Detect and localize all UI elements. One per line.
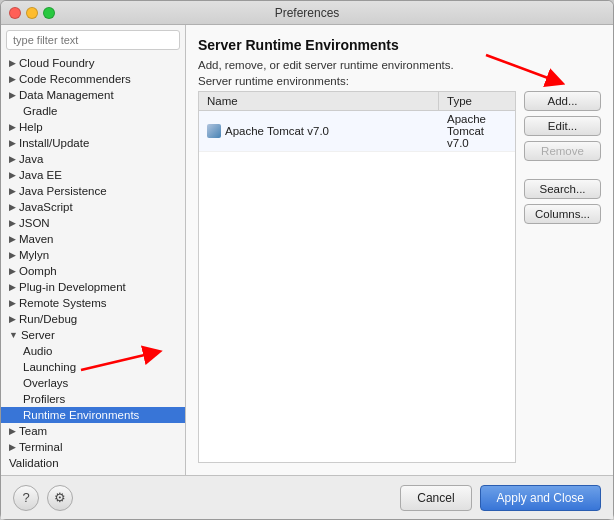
add-button[interactable]: Add... [524, 91, 601, 111]
main-content: ▶Cloud Foundry ▶Code Recommenders ▶Data … [1, 25, 613, 475]
footer-right: Cancel Apply and Close [400, 485, 601, 511]
sidebar-item-maven[interactable]: ▶Maven [1, 231, 185, 247]
sidebar-item-server[interactable]: ▼Server [1, 327, 185, 343]
table-and-buttons: Name Type Apache Tomcat v7.0 Apache Tomc… [198, 91, 601, 463]
sidebar-item-help[interactable]: ▶Help [1, 119, 185, 135]
help-button[interactable]: ? [13, 485, 39, 511]
settings-button[interactable]: ⚙ [47, 485, 73, 511]
sidebar-item-java-persistence[interactable]: ▶Java Persistence [1, 183, 185, 199]
sidebar-item-oomph[interactable]: ▶Oomph [1, 263, 185, 279]
cancel-button[interactable]: Cancel [400, 485, 471, 511]
sidebar-item-code-recommenders[interactable]: ▶Code Recommenders [1, 71, 185, 87]
column-name: Name [199, 92, 439, 110]
sidebar-item-gradle[interactable]: Gradle [1, 103, 185, 119]
maximize-button[interactable] [43, 7, 55, 19]
sidebar-item-install-update[interactable]: ▶Install/Update [1, 135, 185, 151]
sidebar-item-remote-systems[interactable]: ▶Remote Systems [1, 295, 185, 311]
sidebar-item-java-ee[interactable]: ▶Java EE [1, 167, 185, 183]
edit-button[interactable]: Edit... [524, 116, 601, 136]
sidebar-item-overlays[interactable]: Overlays [1, 375, 185, 391]
sidebar-item-plugin-dev[interactable]: ▶Plug-in Development [1, 279, 185, 295]
sidebar-item-profilers[interactable]: Profilers [1, 391, 185, 407]
cell-name: Apache Tomcat v7.0 [199, 122, 439, 140]
sidebar-item-cloud-foundry[interactable]: ▶Cloud Foundry [1, 55, 185, 71]
minimize-button[interactable] [26, 7, 38, 19]
side-buttons: Add... Edit... Remove Search... Columns.… [524, 91, 601, 463]
sidebar-item-launching[interactable]: Launching [1, 359, 185, 375]
sidebar-item-runtime-environments[interactable]: Runtime Environments [1, 407, 185, 423]
footer: ? ⚙ Cancel Apply and Close [1, 475, 613, 519]
sidebar-item-terminal[interactable]: ▶Terminal [1, 439, 185, 455]
sidebar-item-web[interactable]: ▶Web [1, 471, 185, 475]
cell-type: Apache Tomcat v7.0 [439, 111, 515, 151]
description: Add, remove, or edit server runtime envi… [198, 59, 601, 71]
column-type: Type [439, 92, 515, 110]
footer-left: ? ⚙ [13, 485, 73, 511]
close-button[interactable] [9, 7, 21, 19]
apply-close-button[interactable]: Apply and Close [480, 485, 601, 511]
search-button[interactable]: Search... [524, 179, 601, 199]
sidebar-item-run-debug[interactable]: ▶Run/Debug [1, 311, 185, 327]
tree: ▶Cloud Foundry ▶Code Recommenders ▶Data … [1, 55, 185, 475]
sidebar-item-javascript[interactable]: ▶JavaScript [1, 199, 185, 215]
filter-input[interactable] [6, 30, 180, 50]
main-panel: Server Runtime Environments Add, remove,… [186, 25, 613, 475]
window-title: Preferences [275, 6, 340, 20]
sidebar-item-data-management[interactable]: ▶Data Management [1, 87, 185, 103]
sidebar-item-mylyn[interactable]: ▶Mylyn [1, 247, 185, 263]
preferences-window: Preferences ▶Cloud Foundry ▶Code Recomme… [0, 0, 614, 520]
environments-table: Name Type Apache Tomcat v7.0 Apache Tomc… [198, 91, 516, 463]
page-title: Server Runtime Environments [198, 37, 601, 53]
remove-button[interactable]: Remove [524, 141, 601, 161]
main-panel-container: Server Runtime Environments Add, remove,… [186, 25, 613, 475]
table-label: Server runtime environments: [198, 75, 601, 87]
sidebar-item-json[interactable]: ▶JSON [1, 215, 185, 231]
sidebar-item-team[interactable]: ▶Team [1, 423, 185, 439]
server-icon [207, 124, 221, 138]
table-header: Name Type [199, 92, 515, 111]
window-controls [9, 7, 55, 19]
sidebar-item-java[interactable]: ▶Java [1, 151, 185, 167]
sidebar: ▶Cloud Foundry ▶Code Recommenders ▶Data … [1, 25, 186, 475]
sidebar-item-audio[interactable]: Audio [1, 343, 185, 359]
columns-button[interactable]: Columns... [524, 204, 601, 224]
sidebar-item-validation[interactable]: Validation [1, 455, 185, 471]
table-body: Apache Tomcat v7.0 Apache Tomcat v7.0 [199, 111, 515, 462]
titlebar: Preferences [1, 1, 613, 25]
table-row[interactable]: Apache Tomcat v7.0 Apache Tomcat v7.0 [199, 111, 515, 152]
